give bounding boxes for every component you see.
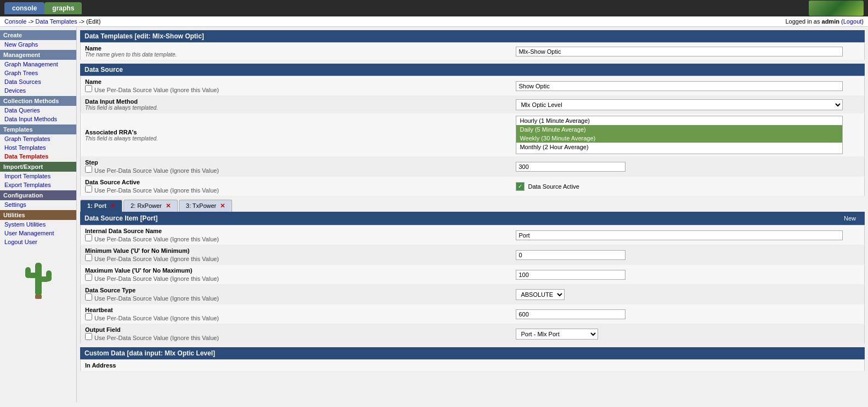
dsi-type-label: Data Source Type (85, 287, 507, 293)
dsi-min-row: Minimum Value ('U' for No Minimum) Use P… (81, 245, 865, 265)
sidebar-item-graph-management[interactable]: Graph Management (0, 60, 76, 69)
dsi-max-checkbox-label: Use Per-Data Source Value (Ignore this V… (94, 275, 219, 282)
ds-rra-desc: This field is always templated. (85, 135, 507, 142)
tab-txpower[interactable]: 3: TxPower ✕ (179, 200, 233, 212)
dsi-heartbeat-input[interactable] (516, 309, 625, 319)
page-title: Data Templates (84, 32, 133, 40)
dsi-heartbeat-row: Heartbeat Use Per-Data Source Value (Ign… (81, 304, 865, 324)
ds-active-checkbox[interactable] (85, 185, 92, 193)
dsi-internal-name-input[interactable] (516, 230, 842, 240)
dsi-min-checkbox[interactable] (85, 254, 92, 261)
sidebar-item-new-graphs[interactable]: New Graphs (0, 40, 76, 49)
tab-txpower-close[interactable]: ✕ (220, 202, 225, 209)
data-source-form-table: Name Use Per-Data Source Value (Ignore t… (80, 76, 865, 196)
login-info: Logged in as admin (Logout) (785, 18, 864, 25)
sidebar-item-logout-user[interactable]: Logout User (0, 238, 76, 246)
dsi-type-checkbox[interactable] (85, 293, 92, 301)
sidebar-item-user-management[interactable]: User Management (0, 229, 76, 238)
tab-port[interactable]: 1: Port ✕ (80, 200, 122, 212)
dsi-internal-name-row: Internal Data Source Name Use Per-Data S… (81, 225, 865, 245)
breadcrumb: Console -> Data Templates -> (Edit) (4, 18, 100, 25)
page-edit-label: [edit: Mlx-Show Optic] (134, 32, 204, 40)
dsi-output-checkbox[interactable] (85, 333, 92, 340)
dsi-internal-name-checkbox-label: Use Per-Data Source Value (Ignore this V… (94, 236, 219, 242)
rra-option-weekly[interactable]: Weekly (30 Minute Average) (516, 134, 842, 143)
logout-link[interactable]: Logout (843, 18, 862, 25)
dsi-heartbeat-checkbox-label: Use Per-Data Source Value (Ignore this V… (94, 315, 219, 321)
dsi-min-input[interactable] (516, 250, 625, 260)
dsi-type-row: Data Source Type Use Per-Data Source Val… (81, 285, 865, 304)
breadcrumb-console[interactable]: Console (4, 18, 26, 25)
dsi-type-checkbox-label: Use Per-Data Source Value (Ignore this V… (94, 295, 219, 302)
dsi-max-input[interactable] (516, 270, 625, 280)
name-input[interactable] (516, 47, 842, 56)
dsi-output-row: Output Field Use Per-Data Source Value (… (81, 324, 865, 344)
name-field-label: Name (85, 45, 507, 52)
sidebar-item-data-input-methods[interactable]: Data Input Methods (0, 115, 76, 123)
tab-rxpower-close[interactable]: ✕ (166, 202, 171, 209)
name-row: Name The name given to this data templat… (81, 43, 865, 60)
rra-listbox[interactable]: Hourly (1 Minute Average) Daily (5 Minut… (516, 116, 842, 154)
svg-rect-4 (46, 270, 52, 281)
sidebar-item-system-utilities[interactable]: System Utilities (0, 220, 76, 229)
data-source-item-table: Internal Data Source Name Use Per-Data S… (80, 225, 865, 344)
svg-rect-2 (25, 267, 31, 278)
sidebar: Create New Graphs Management Graph Manag… (0, 27, 77, 402)
collection-header: Collection Methods (0, 96, 76, 106)
dsi-max-label: Maximum Value ('U' for No Maximum) (85, 267, 507, 274)
ds-name-checkbox[interactable] (85, 85, 92, 92)
sidebar-item-data-templates[interactable]: Data Templates (0, 152, 76, 161)
active-text: Data Source Active (528, 183, 579, 190)
new-button[interactable]: New (839, 214, 860, 223)
active-checkbox-img[interactable]: ✓ (516, 182, 525, 191)
dsi-internal-name-checkbox[interactable] (85, 234, 92, 241)
tab-rxpower[interactable]: 2: RxPower ✕ (123, 200, 178, 212)
dsi-max-row: Maximum Value ('U' for No Maximum) Use P… (81, 265, 865, 285)
sidebar-item-host-templates[interactable]: Host Templates (0, 143, 76, 152)
dsi-type-select[interactable]: ABSOLUTE GAUGE COUNTER DERIVE (516, 289, 565, 300)
dsi-output-select[interactable]: Port - Mlx Port RxPower - Mlx RxPower Tx… (516, 329, 598, 340)
sidebar-item-export-templates[interactable]: Export Templates (0, 180, 76, 189)
config-header: Configuration (0, 190, 76, 200)
ds-name-row: Name Use Per-Data Source Value (Ignore t… (81, 76, 865, 96)
dsi-min-checkbox-label: Use Per-Data Source Value (Ignore this V… (94, 256, 219, 262)
data-source-header: Data Source (80, 64, 865, 76)
logo (809, 1, 864, 16)
dsi-max-checkbox[interactable] (85, 274, 92, 281)
ds-step-checkbox[interactable] (85, 166, 92, 173)
rra-option-hourly[interactable]: Hourly (1 Minute Average) (516, 116, 842, 125)
tab-rxpower-label: 2: RxPower (131, 202, 162, 209)
ds-active-label: Data Source Active (85, 179, 507, 185)
data-source-item-header: Data Source Item [Port] New (80, 212, 865, 225)
sidebar-item-settings[interactable]: Settings (0, 200, 76, 209)
ds-name-label: Name (85, 78, 507, 85)
data-source-item-title: Data Source Item [Port] (84, 214, 157, 222)
breadcrumb-data-templates[interactable]: Data Templates (36, 18, 77, 25)
top-nav: console graphs (0, 0, 868, 16)
console-tab[interactable]: console (4, 2, 44, 14)
content-area: Data Templates [edit: Mlx-Show Optic] Na… (77, 27, 868, 402)
breadcrumb-arrow2: -> (79, 18, 86, 25)
ds-name-checkbox-label: Use Per-Data Source Value (Ignore this V… (94, 87, 219, 93)
sidebar-item-import-templates[interactable]: Import Templates (0, 172, 76, 180)
tab-port-close[interactable]: ✕ (110, 202, 115, 209)
sidebar-item-graph-templates[interactable]: Graph Templates (0, 134, 76, 143)
ds-step-input[interactable] (516, 162, 625, 172)
main-layout: Create New Graphs Management Graph Manag… (0, 27, 868, 402)
ds-input-method-select[interactable]: Mlx Optic Level (516, 99, 842, 110)
sidebar-item-data-queries[interactable]: Data Queries (0, 106, 76, 115)
dsi-output-checkbox-label: Use Per-Data Source Value (Ignore this V… (94, 335, 219, 341)
rra-option-daily[interactable]: Daily (5 Minute Average) (516, 125, 842, 134)
rra-option-monthly[interactable]: Monthly (2 Hour Average) (516, 143, 842, 151)
sidebar-item-devices[interactable]: Devices (0, 86, 76, 95)
management-header: Management (0, 50, 76, 60)
svg-rect-5 (35, 295, 42, 299)
utilities-header: Utilities (0, 210, 76, 220)
custom-data-input-label: [data input: Mlx Optic Level] (127, 349, 215, 357)
graphs-tab[interactable]: graphs (44, 2, 82, 14)
custom-in-address-row: In Address (81, 360, 865, 371)
dsi-heartbeat-checkbox[interactable] (85, 313, 92, 320)
ds-name-input[interactable] (516, 81, 842, 91)
sidebar-item-data-sources[interactable]: Data Sources (0, 77, 76, 86)
sidebar-item-graph-trees[interactable]: Graph Trees (0, 69, 76, 77)
